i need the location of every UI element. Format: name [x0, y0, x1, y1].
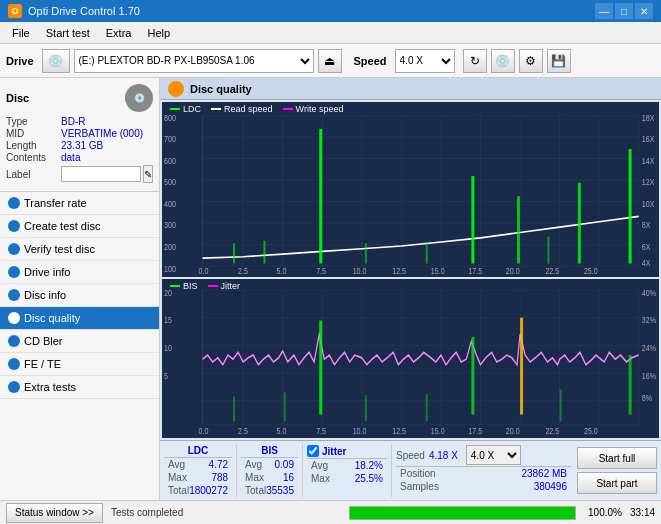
status-text: Tests completed	[111, 507, 337, 518]
svg-text:300: 300	[164, 219, 176, 230]
save-button[interactable]: 💾	[547, 49, 571, 73]
app-title: Opti Drive Control 1.70	[28, 5, 140, 17]
disc-button[interactable]: 💿	[491, 49, 515, 73]
svg-text:25.0: 25.0	[584, 265, 598, 276]
sidebar: Disc 💿 Type BD-R MID VERBATIMe (000) Len…	[0, 78, 160, 500]
svg-rect-49	[471, 176, 474, 263]
disc-section-title: Disc	[6, 92, 29, 104]
max-label-bis: Max	[245, 472, 264, 483]
refresh-button[interactable]: ↻	[463, 49, 487, 73]
menu-file[interactable]: File	[4, 25, 38, 41]
svg-text:200: 200	[164, 241, 176, 252]
title-bar: O Opti Drive Control 1.70 — □ ✕	[0, 0, 661, 22]
start-full-button[interactable]: Start full	[577, 447, 657, 469]
svg-text:24%: 24%	[642, 342, 657, 353]
legend-bis: BIS	[170, 281, 198, 291]
legend-read-speed: Read speed	[211, 104, 273, 114]
maximize-button[interactable]: □	[615, 3, 633, 19]
bis-legend-color	[170, 285, 180, 287]
svg-text:32%: 32%	[642, 314, 657, 325]
charts-area: LDC Read speed Write speed	[160, 100, 661, 440]
write-speed-legend-color	[283, 108, 293, 110]
svg-text:17.5: 17.5	[468, 425, 482, 436]
speed-stat-label: Speed	[396, 450, 425, 461]
nav-icon-extra-tests	[8, 381, 20, 393]
menu-help[interactable]: Help	[139, 25, 178, 41]
ldc-header: LDC	[164, 444, 232, 458]
disc-length-row: Length 23.31 GB	[6, 140, 153, 151]
mid-value: VERBATIMe (000)	[61, 128, 143, 139]
speed-select[interactable]: 1.0 X 2.0 X 4.0 X 6.0 X 8.0 X	[395, 49, 455, 73]
bis-avg: 0.09	[275, 459, 294, 470]
menu-bar: File Start test Extra Help	[0, 22, 661, 44]
progress-text: 100.0%	[588, 507, 622, 518]
disc-mid-row: MID VERBATIMe (000)	[6, 128, 153, 139]
svg-text:17.5: 17.5	[468, 265, 482, 276]
close-button[interactable]: ✕	[635, 3, 653, 19]
jitter-header: Jitter	[322, 446, 346, 457]
jitter-checkbox[interactable]	[307, 445, 319, 457]
eject-button[interactable]: ⏏	[318, 49, 342, 73]
svg-rect-105	[560, 390, 562, 422]
label-edit-button[interactable]: ✎	[143, 165, 153, 183]
start-part-button[interactable]: Start part	[577, 472, 657, 494]
svg-text:22.5: 22.5	[545, 425, 559, 436]
settings-button[interactable]: ⚙	[519, 49, 543, 73]
svg-text:400: 400	[164, 198, 176, 209]
svg-rect-103	[365, 395, 367, 421]
svg-rect-51	[578, 183, 581, 264]
ldc-avg: 4.72	[209, 459, 228, 470]
toolbar: Drive 💿 (E:) PLEXTOR BD-R PX-LB950SA 1.0…	[0, 44, 661, 78]
svg-rect-97	[319, 320, 322, 414]
nav-icon-create-test-disc	[8, 220, 20, 232]
samples-label: Samples	[400, 481, 439, 492]
progress-bar-container	[349, 506, 577, 520]
minimize-button[interactable]: —	[595, 3, 613, 19]
sidebar-item-drive-info[interactable]: Drive info	[0, 261, 159, 284]
svg-text:10: 10	[164, 342, 172, 353]
svg-text:12X: 12X	[642, 176, 655, 187]
svg-text:4X: 4X	[642, 257, 651, 268]
svg-text:600: 600	[164, 155, 176, 166]
content-header: Disc quality	[160, 78, 661, 100]
menu-extra[interactable]: Extra	[98, 25, 140, 41]
nav-items: Transfer rate Create test disc Verify te…	[0, 192, 159, 500]
legend-jitter: Jitter	[208, 281, 241, 291]
nav-label-disc-quality: Disc quality	[24, 312, 80, 324]
menu-start-test[interactable]: Start test	[38, 25, 98, 41]
sidebar-item-fe-te[interactable]: FE / TE	[0, 353, 159, 376]
drive-icon-btn[interactable]: 💿	[42, 49, 70, 73]
avg-label-bis: Avg	[245, 459, 262, 470]
svg-text:15.0: 15.0	[431, 425, 445, 436]
bis-header: BIS	[241, 444, 298, 458]
svg-rect-102	[284, 392, 286, 421]
svg-text:20.0: 20.0	[506, 425, 520, 436]
speed-stat-select[interactable]: 4.0 X 8.0 X	[466, 445, 521, 465]
status-bar: Status window >> Tests completed 100.0% …	[0, 500, 661, 524]
svg-rect-52	[629, 149, 632, 263]
nav-label-cd-bler: CD Bler	[24, 335, 63, 347]
svg-rect-56	[426, 242, 428, 264]
legend-ldc: LDC	[170, 104, 201, 114]
sidebar-item-cd-bler[interactable]: CD Bler	[0, 330, 159, 353]
position-label: Position	[400, 468, 436, 479]
sidebar-item-verify-test-disc[interactable]: Verify test disc	[0, 238, 159, 261]
svg-text:0.0: 0.0	[199, 425, 209, 436]
bis-max: 16	[283, 472, 294, 483]
read-speed-legend-color	[211, 108, 221, 110]
jitter-stats: Jitter Avg 18.2% Max 25.5%	[307, 444, 387, 497]
svg-text:5.0: 5.0	[277, 425, 287, 436]
sidebar-item-transfer-rate[interactable]: Transfer rate	[0, 192, 159, 215]
sidebar-item-disc-info[interactable]: Disc info	[0, 284, 159, 307]
max-label-jitter: Max	[311, 473, 330, 484]
svg-text:25.0: 25.0	[584, 425, 598, 436]
sidebar-item-create-test-disc[interactable]: Create test disc	[0, 215, 159, 238]
app-icon: O	[8, 4, 22, 18]
label-input[interactable]	[61, 166, 141, 182]
svg-text:10X: 10X	[642, 198, 655, 209]
drive-select[interactable]: (E:) PLEXTOR BD-R PX-LB950SA 1.06	[74, 49, 314, 73]
disc-contents-row: Contents data	[6, 152, 153, 163]
sidebar-item-extra-tests[interactable]: Extra tests	[0, 376, 159, 399]
status-window-button[interactable]: Status window >>	[6, 503, 103, 523]
sidebar-item-disc-quality[interactable]: Disc quality	[0, 307, 159, 330]
